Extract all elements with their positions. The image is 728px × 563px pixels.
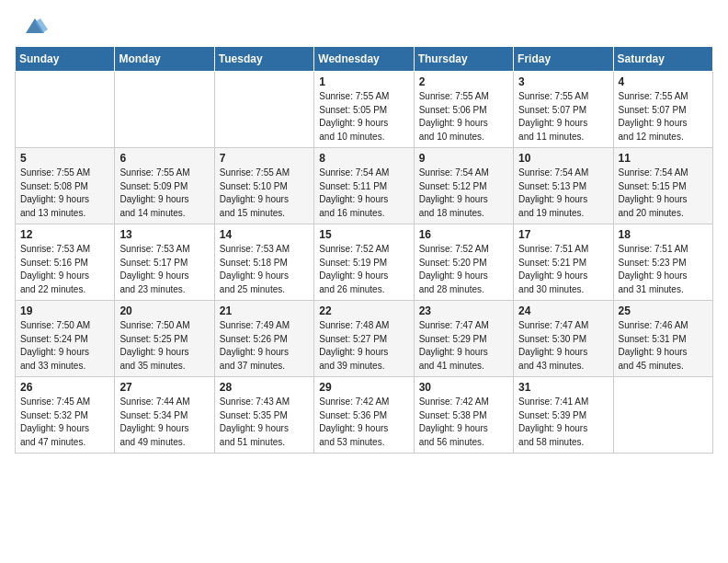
calendar-header-row: SundayMondayTuesdayWednesdayThursdayFrid… bbox=[16, 47, 713, 72]
day-number: 23 bbox=[419, 304, 508, 317]
day-number: 7 bbox=[220, 152, 309, 165]
page: SundayMondayTuesdayWednesdayThursdayFrid… bbox=[0, 0, 728, 563]
calendar-day-cell: 21Sunrise: 7:49 AM Sunset: 5:26 PM Dayli… bbox=[214, 301, 313, 377]
day-number: 2 bbox=[419, 75, 508, 88]
day-info: Sunrise: 7:42 AM Sunset: 5:36 PM Dayligh… bbox=[319, 396, 408, 449]
day-number: 30 bbox=[419, 381, 508, 394]
calendar-day-cell: 19Sunrise: 7:50 AM Sunset: 5:24 PM Dayli… bbox=[16, 301, 115, 377]
calendar-day-cell: 10Sunrise: 7:54 AM Sunset: 5:13 PM Dayli… bbox=[514, 148, 613, 224]
calendar-week-row: 26Sunrise: 7:45 AM Sunset: 5:32 PM Dayli… bbox=[16, 377, 713, 454]
calendar-day-cell: 7Sunrise: 7:55 AM Sunset: 5:10 PM Daylig… bbox=[214, 148, 313, 224]
day-info: Sunrise: 7:41 AM Sunset: 5:39 PM Dayligh… bbox=[518, 396, 608, 449]
day-number: 29 bbox=[319, 381, 408, 394]
calendar-day-cell: 16Sunrise: 7:52 AM Sunset: 5:20 PM Dayli… bbox=[414, 224, 513, 301]
calendar-day-cell: 14Sunrise: 7:53 AM Sunset: 5:18 PM Dayli… bbox=[214, 224, 313, 301]
day-number: 18 bbox=[619, 228, 708, 241]
calendar-week-row: 5Sunrise: 7:55 AM Sunset: 5:08 PM Daylig… bbox=[16, 148, 713, 224]
day-number: 13 bbox=[119, 228, 209, 241]
day-info: Sunrise: 7:47 AM Sunset: 5:30 PM Dayligh… bbox=[518, 319, 608, 373]
day-number: 8 bbox=[319, 152, 408, 165]
day-info: Sunrise: 7:52 AM Sunset: 5:20 PM Dayligh… bbox=[419, 243, 508, 296]
calendar-day-cell: 18Sunrise: 7:51 AM Sunset: 5:23 PM Dayli… bbox=[613, 224, 712, 301]
calendar-table: SundayMondayTuesdayWednesdayThursdayFrid… bbox=[15, 46, 713, 454]
calendar-day-cell bbox=[115, 72, 214, 148]
calendar-week-row: 12Sunrise: 7:53 AM Sunset: 5:16 PM Dayli… bbox=[16, 224, 713, 301]
day-number: 3 bbox=[518, 75, 608, 88]
calendar-day-cell: 13Sunrise: 7:53 AM Sunset: 5:17 PM Dayli… bbox=[115, 224, 214, 301]
calendar-day-cell: 2Sunrise: 7:55 AM Sunset: 5:06 PM Daylig… bbox=[414, 72, 513, 148]
day-info: Sunrise: 7:55 AM Sunset: 5:07 PM Dayligh… bbox=[619, 90, 708, 144]
day-info: Sunrise: 7:47 AM Sunset: 5:29 PM Dayligh… bbox=[419, 319, 508, 373]
day-info: Sunrise: 7:55 AM Sunset: 5:09 PM Dayligh… bbox=[119, 167, 209, 220]
day-number: 20 bbox=[119, 304, 209, 317]
day-info: Sunrise: 7:45 AM Sunset: 5:32 PM Dayligh… bbox=[20, 396, 109, 449]
day-number: 12 bbox=[20, 228, 109, 241]
day-info: Sunrise: 7:55 AM Sunset: 5:08 PM Dayligh… bbox=[20, 167, 109, 220]
day-number: 17 bbox=[518, 228, 608, 241]
day-number: 10 bbox=[518, 152, 608, 165]
day-of-week-header: Wednesday bbox=[314, 47, 414, 72]
day-number: 5 bbox=[20, 152, 109, 165]
calendar-day-cell: 28Sunrise: 7:43 AM Sunset: 5:35 PM Dayli… bbox=[214, 377, 313, 454]
day-number: 4 bbox=[619, 75, 708, 88]
calendar-day-cell: 15Sunrise: 7:52 AM Sunset: 5:19 PM Dayli… bbox=[314, 224, 414, 301]
calendar-day-cell: 30Sunrise: 7:42 AM Sunset: 5:38 PM Dayli… bbox=[414, 377, 513, 454]
day-info: Sunrise: 7:55 AM Sunset: 5:07 PM Dayligh… bbox=[518, 90, 608, 144]
day-of-week-header: Saturday bbox=[613, 47, 712, 72]
day-number: 1 bbox=[319, 75, 408, 88]
day-of-week-header: Sunday bbox=[16, 47, 115, 72]
day-info: Sunrise: 7:49 AM Sunset: 5:26 PM Dayligh… bbox=[220, 319, 309, 373]
calendar-day-cell: 29Sunrise: 7:42 AM Sunset: 5:36 PM Dayli… bbox=[314, 377, 414, 454]
day-number: 14 bbox=[220, 228, 309, 241]
calendar-week-row: 1Sunrise: 7:55 AM Sunset: 5:05 PM Daylig… bbox=[16, 72, 713, 148]
logo-icon bbox=[22, 13, 48, 39]
day-info: Sunrise: 7:48 AM Sunset: 5:27 PM Dayligh… bbox=[319, 319, 408, 373]
calendar-day-cell: 4Sunrise: 7:55 AM Sunset: 5:07 PM Daylig… bbox=[613, 72, 712, 148]
day-info: Sunrise: 7:44 AM Sunset: 5:34 PM Dayligh… bbox=[119, 396, 209, 449]
day-of-week-header: Monday bbox=[115, 47, 214, 72]
day-of-week-header: Tuesday bbox=[214, 47, 313, 72]
day-info: Sunrise: 7:51 AM Sunset: 5:23 PM Dayligh… bbox=[619, 243, 708, 296]
calendar-day-cell: 6Sunrise: 7:55 AM Sunset: 5:09 PM Daylig… bbox=[115, 148, 214, 224]
calendar-day-cell: 12Sunrise: 7:53 AM Sunset: 5:16 PM Dayli… bbox=[16, 224, 115, 301]
calendar-day-cell: 3Sunrise: 7:55 AM Sunset: 5:07 PM Daylig… bbox=[514, 72, 613, 148]
day-number: 24 bbox=[518, 304, 608, 317]
logo bbox=[18, 13, 48, 39]
calendar-week-row: 19Sunrise: 7:50 AM Sunset: 5:24 PM Dayli… bbox=[16, 301, 713, 377]
day-info: Sunrise: 7:43 AM Sunset: 5:35 PM Dayligh… bbox=[220, 396, 309, 449]
calendar-day-cell: 5Sunrise: 7:55 AM Sunset: 5:08 PM Daylig… bbox=[16, 148, 115, 224]
day-info: Sunrise: 7:55 AM Sunset: 5:10 PM Dayligh… bbox=[220, 167, 309, 220]
day-number: 11 bbox=[619, 152, 708, 165]
calendar-day-cell: 20Sunrise: 7:50 AM Sunset: 5:25 PM Dayli… bbox=[115, 301, 214, 377]
day-info: Sunrise: 7:46 AM Sunset: 5:31 PM Dayligh… bbox=[619, 319, 708, 373]
day-info: Sunrise: 7:53 AM Sunset: 5:17 PM Dayligh… bbox=[119, 243, 209, 296]
day-info: Sunrise: 7:54 AM Sunset: 5:15 PM Dayligh… bbox=[619, 167, 708, 220]
calendar-day-cell: 17Sunrise: 7:51 AM Sunset: 5:21 PM Dayli… bbox=[514, 224, 613, 301]
day-info: Sunrise: 7:54 AM Sunset: 5:12 PM Dayligh… bbox=[419, 167, 508, 220]
calendar-day-cell: 26Sunrise: 7:45 AM Sunset: 5:32 PM Dayli… bbox=[16, 377, 115, 454]
day-of-week-header: Friday bbox=[514, 47, 613, 72]
day-number: 9 bbox=[419, 152, 508, 165]
day-number: 16 bbox=[419, 228, 508, 241]
day-info: Sunrise: 7:54 AM Sunset: 5:11 PM Dayligh… bbox=[319, 167, 408, 220]
calendar-day-cell: 8Sunrise: 7:54 AM Sunset: 5:11 PM Daylig… bbox=[314, 148, 414, 224]
day-number: 26 bbox=[20, 381, 109, 394]
calendar-day-cell: 31Sunrise: 7:41 AM Sunset: 5:39 PM Dayli… bbox=[514, 377, 613, 454]
day-number: 15 bbox=[319, 228, 408, 241]
calendar-day-cell bbox=[214, 72, 313, 148]
day-info: Sunrise: 7:53 AM Sunset: 5:18 PM Dayligh… bbox=[220, 243, 309, 296]
day-number: 28 bbox=[220, 381, 309, 394]
header bbox=[0, 0, 728, 46]
day-number: 27 bbox=[119, 381, 209, 394]
calendar-day-cell: 11Sunrise: 7:54 AM Sunset: 5:15 PM Dayli… bbox=[613, 148, 712, 224]
calendar-day-cell: 23Sunrise: 7:47 AM Sunset: 5:29 PM Dayli… bbox=[414, 301, 513, 377]
calendar-day-cell: 25Sunrise: 7:46 AM Sunset: 5:31 PM Dayli… bbox=[613, 301, 712, 377]
calendar-day-cell: 27Sunrise: 7:44 AM Sunset: 5:34 PM Dayli… bbox=[115, 377, 214, 454]
calendar-day-cell: 24Sunrise: 7:47 AM Sunset: 5:30 PM Dayli… bbox=[514, 301, 613, 377]
calendar-day-cell bbox=[16, 72, 115, 148]
day-info: Sunrise: 7:51 AM Sunset: 5:21 PM Dayligh… bbox=[518, 243, 608, 296]
calendar-day-cell: 9Sunrise: 7:54 AM Sunset: 5:12 PM Daylig… bbox=[414, 148, 513, 224]
calendar-day-cell bbox=[613, 377, 712, 454]
day-of-week-header: Thursday bbox=[414, 47, 513, 72]
calendar-day-cell: 22Sunrise: 7:48 AM Sunset: 5:27 PM Dayli… bbox=[314, 301, 414, 377]
